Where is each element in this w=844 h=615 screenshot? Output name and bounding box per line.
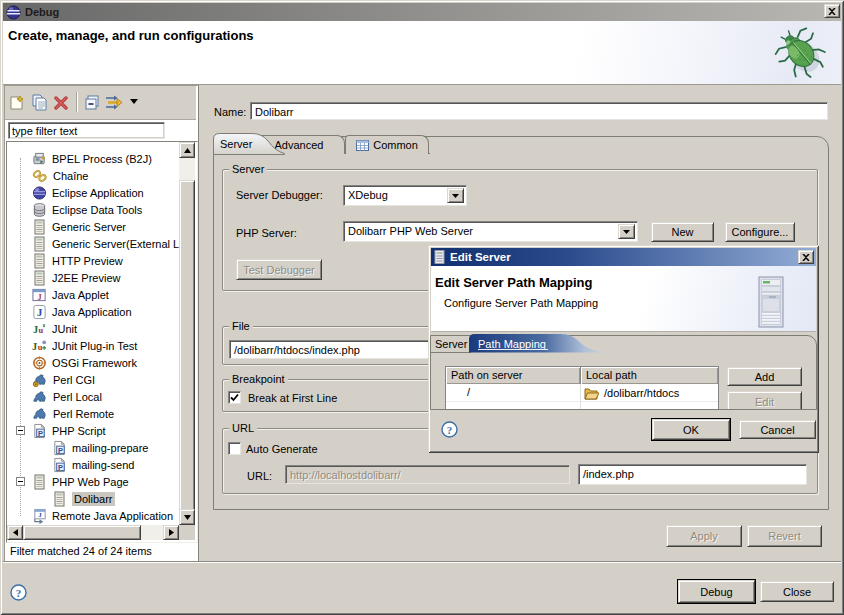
svg-text:J: J <box>38 511 42 519</box>
svg-text:Path Mapping: Path Mapping <box>478 338 546 350</box>
svg-text:J: J <box>32 340 37 351</box>
svg-text:u: u <box>38 341 43 351</box>
svg-text:J: J <box>33 323 38 334</box>
svg-text:?: ? <box>16 587 22 599</box>
svg-text:J: J <box>37 306 43 318</box>
svg-text:?: ? <box>447 424 453 436</box>
svg-text:Server: Server <box>220 138 253 150</box>
svg-text:u: u <box>39 324 44 334</box>
